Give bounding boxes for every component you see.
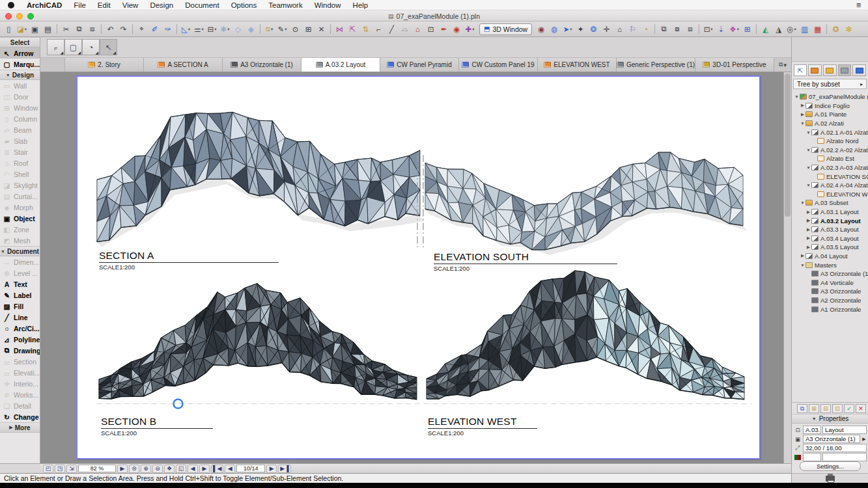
- rectangle-tool[interactable]: ▢◢: [64, 39, 82, 55]
- tree-item-elevation-wes[interactable]: ELEVATION WES: [792, 190, 868, 199]
- toolbox-header-select[interactable]: Select: [0, 37, 40, 47]
- toolbox-item-window[interactable]: ⊞Window: [0, 102, 40, 113]
- tree-item-alzato-nord[interactable]: Alzato Nord: [792, 137, 868, 146]
- toolbox-item-change[interactable]: ↻Change: [0, 411, 40, 422]
- fit-page-icon[interactable]: ◱: [176, 465, 186, 473]
- toolbox-item-beam[interactable]: ▱Beam: [0, 124, 40, 135]
- toolbox-item-morph[interactable]: ◈Morph: [0, 202, 40, 213]
- tab-a3-orizzontale-1[interactable]: A3 Orizzontale (1): [223, 58, 301, 72]
- zoom-stepper-icon[interactable]: ⊜: [129, 465, 139, 473]
- toolbox-item-shell[interactable]: ◠Shell: [0, 169, 40, 180]
- canvas-vertical-scrollbar[interactable]: [783, 72, 791, 463]
- triangle-right-icon[interactable]: ▶: [805, 227, 811, 232]
- home-view-icon[interactable]: ⌂: [613, 23, 626, 36]
- find-select-icon[interactable]: ⌖: [135, 23, 148, 36]
- transform-icon[interactable]: ⇅: [359, 23, 372, 36]
- triangle-down-icon[interactable]: ▼: [794, 94, 800, 99]
- layout-canvas[interactable]: SECTION A SCALE1:200 ELEVATION SOUTH SCA…: [40, 72, 791, 463]
- triangle-right-icon[interactable]: ▶: [805, 210, 811, 215]
- previous-page-button[interactable]: ◀: [225, 465, 235, 473]
- toolbox-item-polyline[interactable]: ⊿Polyline: [0, 334, 40, 345]
- navigator-tree-header[interactable]: Tree by subset ▸: [793, 79, 867, 89]
- tab-cw-custom-panel-19[interactable]: CW Custom Panel 19: [459, 58, 538, 72]
- copy-icon[interactable]: ⧉: [73, 23, 85, 36]
- tab-a-03-2-layout[interactable]: A.03.2 Layout: [301, 58, 380, 72]
- snap-points-icon[interactable]: ⊟: [206, 23, 218, 36]
- toolbox-item-level[interactable]: ⊕Level ...: [0, 267, 40, 278]
- redo-icon[interactable]: ↷: [117, 23, 130, 36]
- publish-icon[interactable]: ⧈: [684, 23, 696, 36]
- new-drawing-icon[interactable]: ⊡: [702, 23, 714, 36]
- toolbox-item-marqu[interactable]: ▢Marqu...: [0, 59, 40, 70]
- menu-item-file[interactable]: File: [68, 1, 92, 9]
- link-drawing-icon[interactable]: ❖: [728, 23, 740, 36]
- toolbox-header-document[interactable]: ▼Document: [0, 246, 40, 256]
- toolbox-item-text[interactable]: AText: [0, 278, 40, 290]
- look-to-icon[interactable]: ⚐: [626, 23, 639, 36]
- color-field-2[interactable]: [822, 453, 867, 461]
- vr-object-icon[interactable]: ◍: [548, 23, 561, 36]
- gravity-icon[interactable]: ◇: [232, 23, 244, 36]
- rotate-tool[interactable]: ◔◢: [82, 39, 100, 55]
- box-edit-icon[interactable]: ⊡: [425, 23, 437, 36]
- toolbox-item-slab[interactable]: ▰Slab: [0, 135, 40, 146]
- zoom-level-field[interactable]: 82 %: [78, 465, 116, 472]
- editing-plane-icon[interactable]: ◆: [245, 23, 257, 36]
- tab-3d-01-perspective[interactable]: 3D-01 Perspective: [695, 58, 774, 72]
- scrollbar-thumb[interactable]: [785, 74, 791, 217]
- layout-book-tab[interactable]: [838, 64, 852, 76]
- tree-item-07-exapanelmodule-1[interactable]: ▼07_exaPanelModule (1): [792, 92, 868, 102]
- tree-item-a-03-5-layout[interactable]: ▶A.03.5 Layout: [792, 243, 868, 252]
- zoom-out-icon[interactable]: ⊖: [152, 465, 163, 473]
- pointer-icon[interactable]: ⇱: [346, 23, 359, 36]
- snap-guides-icon[interactable]: ⚌: [193, 23, 205, 36]
- toolbox-item-line[interactable]: ╱Line: [0, 312, 40, 323]
- grid-snap-icon[interactable]: ❄: [219, 23, 231, 36]
- triangle-right-icon[interactable]: ▶: [800, 112, 805, 117]
- update-drawing-icon[interactable]: ⇣: [715, 23, 727, 36]
- three-d-window-button[interactable]: ⬒3D Window: [479, 23, 532, 35]
- roof-tool-icon[interactable]: ⌂: [412, 23, 424, 36]
- tree-item-elevation-sou[interactable]: ELEVATION SOU: [792, 172, 868, 181]
- tab-a-section-a[interactable]: A SECTION A: [144, 58, 223, 72]
- toolbox-item-works[interactable]: ⧄Works...: [0, 389, 40, 400]
- new-subset-icon[interactable]: ⊟: [820, 404, 831, 413]
- new-layout-icon[interactable]: ⊞: [809, 404, 819, 413]
- toolbox-item-skylight[interactable]: ◪Skylight: [0, 180, 40, 191]
- fly-mode-icon[interactable]: ➤: [561, 23, 574, 36]
- size-field[interactable]: 32,00 / 18,00: [803, 444, 867, 452]
- arc-edit-icon[interactable]: ⌓: [399, 23, 411, 36]
- tree-item-a-03-3-layout[interactable]: ▶A.03.3 Layout: [792, 225, 868, 234]
- tree-item-indice-foglio[interactable]: ▶Indice Foglio: [792, 102, 868, 111]
- view-map-tab[interactable]: [823, 64, 837, 76]
- toolbox-item-arrow[interactable]: ↖Arrow: [0, 47, 40, 59]
- photo-render-icon[interactable]: ◎: [785, 23, 798, 36]
- new-document-icon[interactable]: ▯: [3, 23, 15, 36]
- toolbox-item-mesh[interactable]: ◩Mesh: [0, 235, 40, 246]
- menu-app-name[interactable]: ArchiCAD: [21, 1, 68, 9]
- toolbox-item-drawing[interactable]: ⧉Drawing: [0, 345, 40, 356]
- toolbox-item-section[interactable]: ⚍Section: [0, 356, 40, 367]
- triangle-down-icon[interactable]: ▼: [805, 130, 811, 135]
- walk-icon[interactable]: ✦: [574, 23, 587, 36]
- tree-item-a-03-2-layout[interactable]: ▶A.03.2 Layout: [792, 216, 868, 225]
- toolbox-header-more[interactable]: ▶More: [0, 422, 40, 433]
- tree-item-a3-orizzontale[interactable]: A3 Orizzontale: [792, 287, 868, 296]
- toolbox-item-door[interactable]: ◫Door: [0, 91, 40, 102]
- triangle-down-icon[interactable]: ▼: [800, 263, 805, 267]
- tree-item-a-02-4-a-04-alzato[interactable]: ▼A.02.4 A-04 Alzato: [792, 181, 868, 190]
- triangle-right-icon[interactable]: ▶: [805, 245, 811, 250]
- toolbox-item-wall[interactable]: ▭Wall: [0, 80, 40, 91]
- tab-cw-panel-pyramid[interactable]: CW Panel Pyramid: [380, 58, 459, 72]
- tab-overflow-button[interactable]: ⧉▾: [774, 58, 791, 72]
- toolbox-item-elevati[interactable]: ⚏Elevati...: [0, 367, 40, 378]
- open-icon[interactable]: ◪: [16, 23, 28, 36]
- new-master-icon[interactable]: ⊡: [832, 404, 843, 413]
- toolbox-item-zone[interactable]: ◧Zone: [0, 224, 40, 235]
- triangle-down-icon[interactable]: ▼: [805, 183, 811, 187]
- shield-icon[interactable]: ◉: [451, 23, 463, 36]
- apple-icon[interactable]: [8, 2, 14, 8]
- save-icon[interactable]: ▣: [29, 23, 41, 36]
- tree-item-a-03-4-layout[interactable]: ▶A.03.4 Layout: [792, 234, 868, 243]
- triangle-right-icon[interactable]: ▶: [800, 253, 805, 258]
